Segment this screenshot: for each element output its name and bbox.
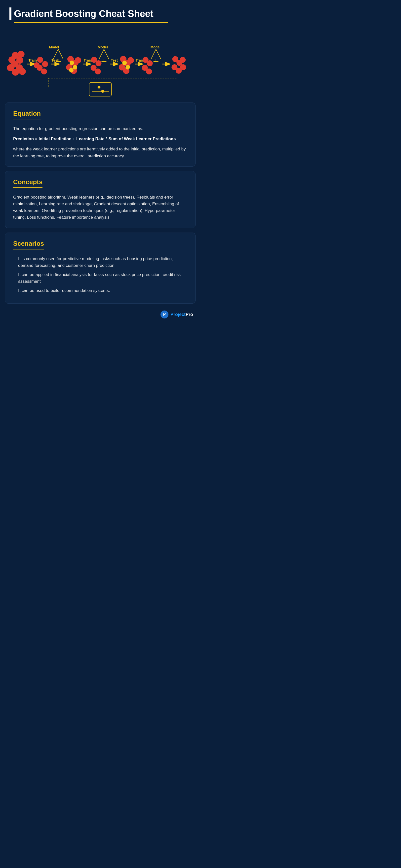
equation-outro: where the weak learner predictions are i…	[13, 146, 187, 159]
svg-point-11	[42, 61, 48, 67]
equation-title: Equation	[13, 110, 41, 119]
svg-point-7	[18, 51, 25, 58]
svg-point-26	[75, 57, 81, 64]
title-bar-decoration	[9, 7, 11, 20]
scenario-item-2: It can be applied in financial analysis …	[13, 271, 187, 285]
equation-formula-text: Prediction = Initial Prediction + Learni…	[13, 136, 176, 141]
svg-text:Train: Train	[84, 58, 92, 62]
svg-text:Model: Model	[98, 45, 108, 49]
scenarios-list: It is commonly used for predictive model…	[13, 255, 187, 294]
svg-marker-32	[99, 49, 109, 59]
svg-marker-16	[53, 49, 63, 59]
svg-point-65	[180, 64, 186, 70]
page-wrapper: Gradient Boosting Cheat Sheet	[0, 0, 200, 323]
svg-point-69	[98, 86, 101, 89]
page-title: Gradient Boosting Cheat Sheet	[14, 8, 153, 19]
svg-point-10	[37, 57, 43, 63]
svg-marker-51	[151, 49, 161, 59]
svg-point-28	[73, 65, 77, 69]
svg-text:Model: Model	[150, 45, 161, 49]
header-title-row: Gradient Boosting Cheat Sheet	[9, 7, 191, 20]
logo-text: ProjectPro	[170, 312, 193, 317]
svg-point-5	[8, 56, 16, 63]
svg-point-37	[96, 60, 102, 66]
scenario-item-1: It is commonly used for predictive model…	[13, 255, 187, 269]
svg-point-48	[125, 65, 130, 69]
svg-text:Test: Test	[51, 58, 58, 62]
concepts-text: Gradient boosting algorithm, Weak learne…	[13, 194, 187, 221]
svg-point-46	[127, 57, 134, 64]
svg-point-8	[19, 68, 26, 75]
diagram-area: Train Model Test	[0, 28, 200, 100]
footer: P ProjectPro	[0, 306, 200, 323]
svg-text:Test: Test	[111, 58, 118, 62]
svg-text:Train: Train	[29, 58, 37, 62]
svg-point-39	[95, 68, 101, 74]
svg-point-58	[146, 68, 152, 74]
svg-rect-66	[48, 78, 177, 88]
equation-formula: Prediction = Initial Prediction + Learni…	[13, 135, 187, 142]
header: Gradient Boosting Cheat Sheet	[0, 0, 200, 28]
concepts-title: Concepts	[13, 178, 42, 188]
svg-point-27	[69, 61, 74, 65]
svg-point-14	[34, 62, 40, 68]
cards-area: Equation The equation for gradient boost…	[0, 100, 200, 306]
logo-icon: P	[161, 311, 168, 318]
scenarios-card: Scenarios It is commonly used for predic…	[5, 232, 196, 304]
scenario-item-3: It can be used to build recommendation s…	[13, 287, 187, 294]
concepts-card: Concepts Gradient boosting algorithm, We…	[5, 171, 196, 228]
svg-point-29	[69, 68, 74, 72]
equation-card: Equation The equation for gradient boost…	[5, 102, 196, 166]
equation-intro: The equation for gradient boosting regre…	[13, 125, 187, 132]
svg-point-47	[122, 61, 127, 65]
svg-text:Model: Model	[49, 45, 59, 49]
svg-point-6	[7, 64, 14, 71]
diagram-svg: Train Model Test	[5, 33, 196, 97]
svg-point-64	[180, 57, 185, 63]
svg-rect-67	[89, 83, 112, 96]
svg-point-71	[101, 90, 104, 93]
title-underline	[14, 22, 168, 23]
svg-point-13	[41, 68, 47, 74]
scenarios-title: Scenarios	[13, 240, 44, 249]
svg-point-56	[147, 60, 153, 66]
